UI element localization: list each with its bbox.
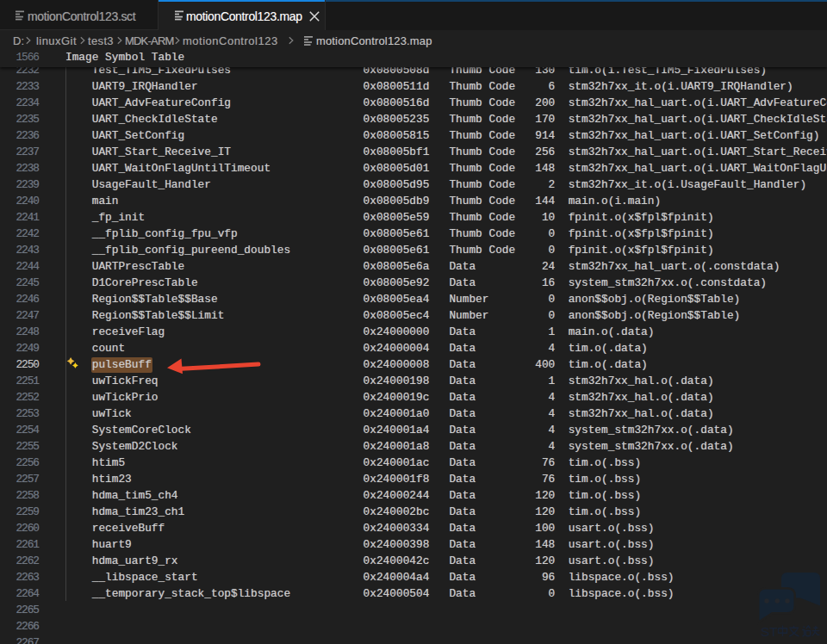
svg-text:ST: ST: [761, 624, 778, 639]
